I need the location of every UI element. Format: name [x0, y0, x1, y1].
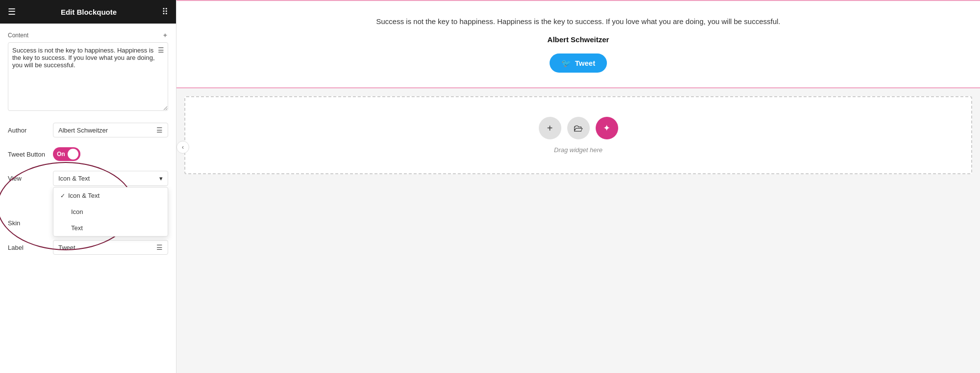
- view-option-icon-text-label: Icon & Text: [68, 192, 100, 199]
- content-label-row: Content ✦: [8, 31, 168, 39]
- collapse-handle[interactable]: ‹: [176, 141, 189, 154]
- main-content: Success is not the key to happiness. Hap…: [176, 0, 980, 182]
- author-field-group: Author Albert Schweitzer ☰: [8, 123, 168, 137]
- author-input-wrapper: Albert Schweitzer ☰: [53, 123, 168, 137]
- main-wrapper: ‹ Success is not the key to happiness. H…: [176, 0, 980, 373]
- tweet-toggle-track[interactable]: On: [53, 147, 80, 161]
- grid-icon[interactable]: ⠿: [162, 6, 168, 17]
- sidebar: ☰ Edit Blockquote ⠿ Content ✦ Success is…: [0, 0, 176, 373]
- drag-widget-text: Drag widget here: [205, 146, 952, 154]
- blockquote-preview: Success is not the key to happiness. Hap…: [176, 0, 980, 88]
- hamburger-icon[interactable]: ☰: [8, 6, 16, 17]
- sparkle-widget-button[interactable]: ✦: [596, 117, 618, 139]
- blockquote-author: Albert Schweitzer: [196, 35, 960, 44]
- add-widget-button[interactable]: +: [539, 117, 561, 139]
- sidebar-header: ☰ Edit Blockquote ⠿: [0, 0, 176, 24]
- content-field-group: Content ✦ Success is not the key to happ…: [8, 31, 168, 113]
- tweet-toggle-container[interactable]: On: [53, 147, 80, 161]
- view-option-icon-text[interactable]: ✓ Icon & Text: [53, 187, 168, 204]
- label-db-icon[interactable]: ☰: [156, 243, 163, 251]
- view-option-icon-label: Icon: [71, 208, 83, 215]
- view-dropdown-menu: ✓ Icon & Text Icon Text: [53, 187, 168, 237]
- widget-buttons-row: + 🗁 ✦: [205, 117, 952, 139]
- view-selected-value: Icon & Text: [58, 175, 90, 182]
- author-label: Author: [8, 127, 47, 134]
- author-db-icon[interactable]: ☰: [156, 126, 163, 134]
- folder-widget-button[interactable]: 🗁: [567, 117, 590, 139]
- tweet-button-field-group: Tweet Button On: [8, 147, 168, 161]
- tweet-button-label: Tweet: [575, 59, 595, 67]
- view-dropdown-container: Icon & Text ▾ ✓ Icon & Text Icon: [53, 171, 168, 186]
- twitter-bird-icon: 🐦: [561, 58, 571, 68]
- view-option-text-label: Text: [71, 224, 83, 232]
- toggle-thumb: [68, 149, 78, 160]
- sidebar-body: Content ✦ Success is not the key to happ…: [0, 24, 176, 373]
- author-input[interactable]: Albert Schweitzer: [58, 127, 153, 134]
- view-option-text[interactable]: Text: [53, 220, 168, 236]
- label-label: Label: [8, 244, 47, 251]
- label-input[interactable]: Tweet: [58, 244, 153, 251]
- label-input-wrapper: Tweet ☰: [53, 240, 168, 255]
- view-label: View: [8, 175, 47, 182]
- content-label: Content: [8, 32, 28, 39]
- widget-drop-zone: + 🗁 ✦ Drag widget here: [184, 96, 972, 174]
- view-field-group: View Icon & Text ▾ ✓ Icon & Text Icon: [8, 171, 168, 186]
- magic-icon[interactable]: ✦: [162, 31, 168, 39]
- view-option-icon[interactable]: Icon: [53, 204, 168, 220]
- sidebar-title: Edit Blockquote: [61, 8, 117, 16]
- tweet-preview-button[interactable]: 🐦 Tweet: [550, 53, 607, 73]
- label-field-group: Label Tweet ☰: [8, 240, 168, 255]
- checkmark-icon: ✓: [60, 192, 65, 199]
- tweet-button-label: Tweet Button: [8, 151, 47, 158]
- blockquote-text: Success is not the key to happiness. Hap…: [196, 16, 960, 27]
- skin-label: Skin: [8, 219, 47, 227]
- toggle-on-label: On: [57, 151, 65, 158]
- content-textarea[interactable]: Success is not the key to happiness. Hap…: [8, 42, 168, 111]
- view-dropdown-select[interactable]: Icon & Text ▾: [53, 171, 168, 186]
- chevron-down-icon: ▾: [159, 175, 163, 182]
- content-db-icon[interactable]: ☰: [158, 46, 164, 54]
